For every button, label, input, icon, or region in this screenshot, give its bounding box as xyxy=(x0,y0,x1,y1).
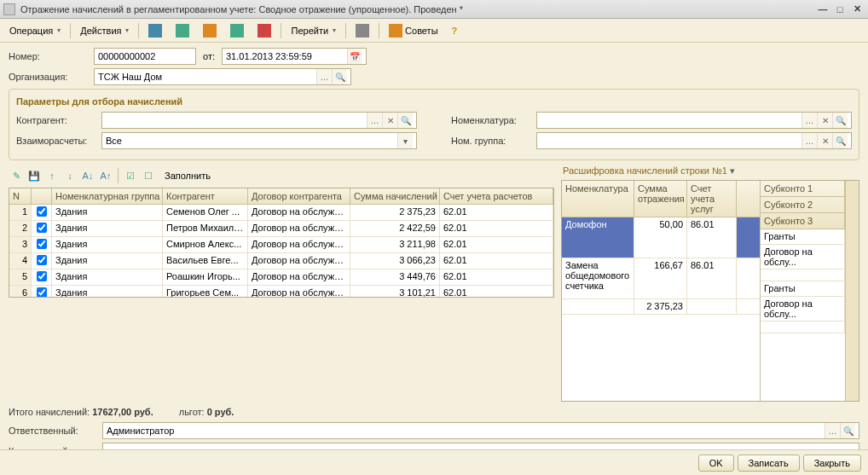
col-account[interactable]: Счет учета расчетов xyxy=(440,188,553,204)
actions-menu[interactable]: Действия xyxy=(74,21,135,40)
org-label: Организация: xyxy=(9,72,94,82)
edit-icon[interactable]: ✎ xyxy=(9,168,24,183)
row-checkbox[interactable] xyxy=(37,239,47,249)
nomgroup-input[interactable]: … ✕ 🔍 xyxy=(536,132,852,149)
col-nomgroup[interactable]: Номенклатурная группа xyxy=(52,188,163,204)
table-row[interactable]: 2ЗданияПетров Михаил ...Договор на обслу… xyxy=(9,221,553,237)
tb-icon-3[interactable] xyxy=(197,21,223,40)
filter-title: Параметры для отбора начислений xyxy=(16,96,852,107)
row-checkbox[interactable] xyxy=(37,287,47,297)
col-sum[interactable]: Сумма начислений xyxy=(350,188,440,204)
detail-sub-block[interactable]: ГрантыДоговор на обслу... xyxy=(761,281,845,333)
table-row[interactable]: 6ЗданияГригорьев Сем...Договор на обслуж… xyxy=(9,286,553,297)
responsible-input[interactable]: Администратор … 🔍 xyxy=(102,422,859,439)
settlements-select[interactable]: Все ▾ xyxy=(101,132,417,149)
tb-icon-2[interactable] xyxy=(170,21,195,40)
contractor-input[interactable]: … ✕ 🔍 xyxy=(101,112,417,129)
select-icon[interactable]: … xyxy=(367,113,382,128)
select-icon[interactable]: … xyxy=(801,133,817,148)
tb-icon-6[interactable] xyxy=(350,21,375,40)
app-icon xyxy=(3,3,15,15)
dcol-acc[interactable]: Счет учета услуг xyxy=(687,181,737,217)
number-input[interactable]: 00000000002 xyxy=(94,48,196,65)
dcol-sub3[interactable]: Субконто 3 xyxy=(761,212,845,229)
detail-sub-body[interactable]: ГрантыДоговор на обслу...ГрантыДоговор н… xyxy=(761,229,845,401)
total-label: Итого начислений: xyxy=(9,407,90,417)
col-chk[interactable] xyxy=(32,188,52,204)
total-value: 17627,00 руб. xyxy=(92,407,153,417)
clear-icon[interactable]: ✕ xyxy=(817,133,832,148)
table-row[interactable]: 1ЗданияСеменов Олег ...Договор на обслуж… xyxy=(9,205,553,221)
grid-body[interactable]: 1ЗданияСеменов Олег ...Договор на обслуж… xyxy=(9,205,553,297)
clear-icon[interactable]: ✕ xyxy=(382,113,397,128)
bottom-bar: OK Записать Закрыть xyxy=(0,449,868,475)
scrollbar[interactable] xyxy=(845,181,859,401)
down-icon[interactable]: ↓ xyxy=(62,168,78,183)
sort-asc-icon[interactable]: A↓ xyxy=(80,168,95,183)
search-icon[interactable]: 🔍 xyxy=(397,113,413,128)
dcol-nom[interactable]: Номенклатура xyxy=(562,181,634,217)
select-icon[interactable]: … xyxy=(825,423,840,438)
save-icon[interactable]: 💾 xyxy=(26,168,42,183)
nomenclature-label: Номенклатура: xyxy=(451,115,536,125)
main-toolbar: Операция Действия Перейти Советы ? xyxy=(0,19,868,43)
save-button[interactable]: Записать xyxy=(738,455,800,472)
close-button[interactable]: Закрыть xyxy=(803,455,861,472)
col-contract[interactable]: Договор контрагента xyxy=(248,188,350,204)
detail-sub-block[interactable]: ГрантыДоговор на обслу... xyxy=(761,229,845,281)
search-icon[interactable]: 🔍 xyxy=(840,423,855,438)
search-icon[interactable]: 🔍 xyxy=(832,133,848,148)
chevron-down-icon[interactable]: ▾ xyxy=(397,133,413,148)
window-title: Отражение начислений в регламентированно… xyxy=(20,4,815,14)
grid-toolbar: ✎ 💾 ↑ ↓ A↓ A↑ ☑ ☐ Заполнить xyxy=(9,165,554,186)
search-icon[interactable]: 🔍 xyxy=(832,113,848,128)
close-button[interactable]: ✕ xyxy=(849,3,865,16)
main-grid: N Номенклатурная группа Контрагент Догов… xyxy=(9,188,554,298)
filter-fieldset: Параметры для отбора начислений Контраге… xyxy=(9,89,859,160)
row-checkbox[interactable] xyxy=(37,206,47,217)
dcol-sub2[interactable]: Субконто 2 xyxy=(761,196,845,212)
fill-button[interactable]: Заполнить xyxy=(159,166,217,185)
table-row[interactable]: 4ЗданияВасильев Евге...Договор на обслуж… xyxy=(9,253,553,269)
table-row[interactable]: 3ЗданияСмирнов Алекс...Договор на обслуж… xyxy=(9,237,553,253)
detail-title: Расшифровка начислений строки №1 ▾ xyxy=(561,165,859,177)
col-n[interactable]: N xyxy=(9,188,32,204)
select-icon[interactable]: … xyxy=(316,69,332,84)
tb-icon-1[interactable] xyxy=(142,21,168,40)
select-icon[interactable]: … xyxy=(801,113,817,128)
tips-button[interactable]: Советы xyxy=(383,21,443,40)
table-row[interactable]: 5ЗданияРоашкин Игорь...Договор на обслуж… xyxy=(9,269,553,286)
detail-body[interactable]: Домофон50,0086.01Замена общедомового сче… xyxy=(562,217,760,401)
sort-desc-icon[interactable]: A↑ xyxy=(98,168,113,183)
check-icon[interactable]: ☑ xyxy=(123,168,138,183)
detail-row[interactable]: Замена общедомового счетчика166,6786.01 xyxy=(562,258,760,299)
tb-icon-5[interactable] xyxy=(252,21,277,40)
row-checkbox[interactable] xyxy=(37,223,47,233)
clear-icon[interactable]: ✕ xyxy=(817,113,832,128)
open-icon[interactable]: 🔍 xyxy=(332,69,347,84)
row-checkbox[interactable] xyxy=(37,255,47,265)
col-contractor[interactable]: Контрагент xyxy=(163,188,248,204)
help-button[interactable]: ? xyxy=(446,21,464,40)
row-checkbox[interactable] xyxy=(37,271,47,281)
benefit-label: льгот: xyxy=(179,407,205,417)
up-icon[interactable]: ↑ xyxy=(44,168,60,183)
maximize-button[interactable]: □ xyxy=(832,3,848,16)
minimize-button[interactable]: — xyxy=(815,3,830,16)
uncheck-icon[interactable]: ☐ xyxy=(141,168,156,183)
detail-grid: Номенклатура Сумма отражения Счет учета … xyxy=(561,180,859,402)
contractor-label: Контрагент: xyxy=(16,115,101,125)
detail-row[interactable]: Домофон50,0086.01 xyxy=(562,217,760,258)
nomenclature-input[interactable]: … ✕ 🔍 xyxy=(536,112,852,129)
operation-menu[interactable]: Операция xyxy=(3,21,67,40)
dcol-sum[interactable]: Сумма отражения xyxy=(634,181,687,217)
date-input[interactable]: 31.01.2013 23:59:59 📅 xyxy=(222,48,367,65)
goto-menu[interactable]: Перейти xyxy=(285,21,342,40)
number-label: Номер: xyxy=(9,51,94,61)
ok-button[interactable]: OK xyxy=(698,455,734,472)
responsible-label: Ответственный: xyxy=(9,426,102,436)
dcol-sub1[interactable]: Субконто 1 xyxy=(761,181,845,196)
tb-icon-4[interactable] xyxy=(224,21,250,40)
calendar-icon[interactable]: 📅 xyxy=(347,49,362,64)
org-input[interactable]: ТСЖ Наш Дом … 🔍 xyxy=(94,68,351,85)
